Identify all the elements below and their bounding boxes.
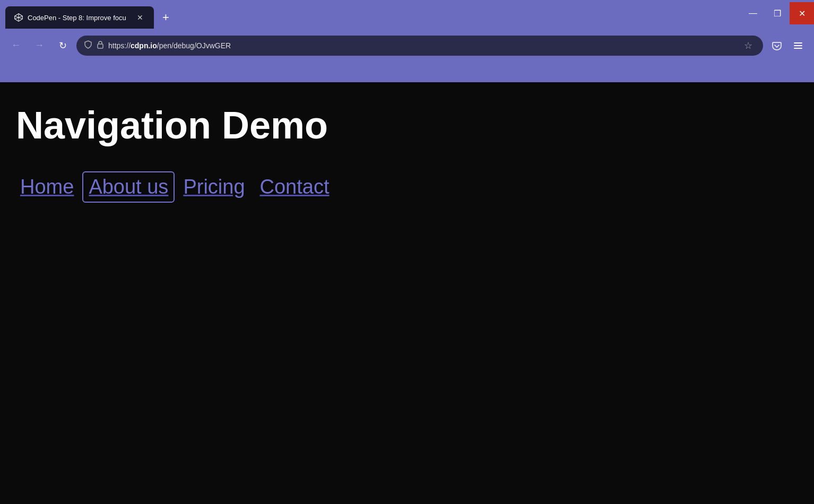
tab-title: CodePen - Step 8: Improve focu <box>28 14 126 22</box>
tab-bar: CodePen - Step 8: Improve focu ✕ + — ❒ ✕ <box>0 0 814 31</box>
tab-close-button[interactable]: ✕ <box>135 12 145 23</box>
close-button[interactable]: ✕ <box>790 2 814 24</box>
page-content: Navigation Demo Home About us Pricing Co… <box>0 82 814 504</box>
nav-link-pricing[interactable]: Pricing <box>179 173 249 201</box>
active-tab[interactable]: CodePen - Step 8: Improve focu ✕ <box>5 6 154 29</box>
navigation: Home About us Pricing Contact <box>16 173 798 201</box>
lock-icon <box>97 40 104 50</box>
address-bar[interactable]: https://cdpn.io/pen/debug/OJvwGER ☆ <box>76 36 763 56</box>
nav-link-home[interactable]: Home <box>16 173 78 201</box>
nav-link-about[interactable]: About us <box>84 173 172 201</box>
refresh-button[interactable]: ↻ <box>53 36 72 55</box>
tab-favicon-icon <box>14 13 23 22</box>
forward-button[interactable]: → <box>30 36 49 55</box>
browser-chrome: CodePen - Step 8: Improve focu ✕ + — ❒ ✕… <box>0 0 814 82</box>
shield-icon <box>84 40 92 50</box>
svg-rect-5 <box>98 44 103 48</box>
pocket-icon[interactable] <box>767 36 786 55</box>
window-controls: — ❒ ✕ <box>741 4 814 31</box>
nav-link-contact[interactable]: Contact <box>256 173 334 201</box>
right-controls <box>767 36 808 55</box>
menu-icon[interactable] <box>789 36 808 55</box>
bookmark-star-icon[interactable]: ☆ <box>741 39 756 53</box>
back-button[interactable]: ← <box>6 36 25 55</box>
maximize-button[interactable]: ❒ <box>765 2 790 24</box>
address-bar-row: ← → ↻ https://cdpn.io/pen/debug <box>0 31 814 60</box>
url-display[interactable]: https://cdpn.io/pen/debug/OJvwGER <box>108 41 737 50</box>
page-title: Navigation Demo <box>16 103 798 147</box>
new-tab-button[interactable]: + <box>158 8 174 27</box>
minimize-button[interactable]: — <box>741 2 765 24</box>
